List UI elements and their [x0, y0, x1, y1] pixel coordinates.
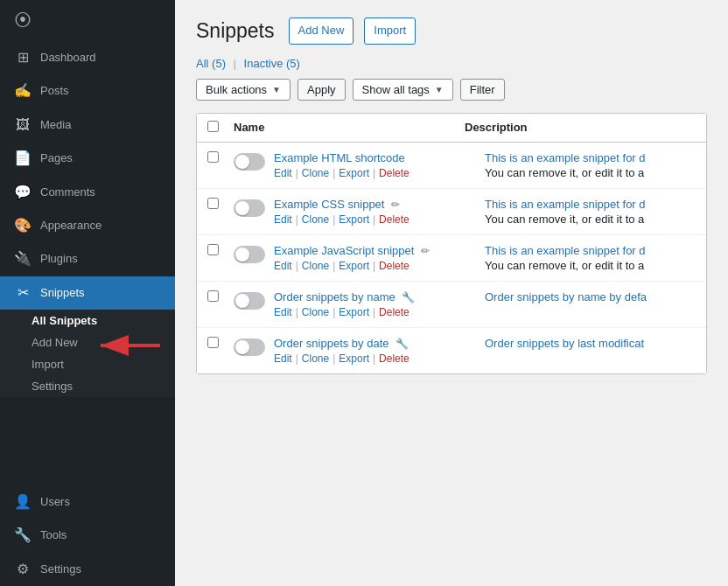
delete-link[interactable]: Delete	[379, 306, 410, 318]
submenu-import[interactable]: Import	[0, 353, 175, 375]
clone-link[interactable]: Clone	[302, 306, 329, 318]
tools-icon: 🔧	[14, 526, 32, 545]
snippet-toggle[interactable]	[234, 338, 265, 356]
edit-link[interactable]: Edit	[274, 352, 292, 365]
export-link[interactable]: Export	[339, 306, 369, 318]
sidebar: ⦿ ⊞ Dashboard ✍ Posts 🖼 Media 📄 Pages 💬 …	[0, 0, 175, 586]
add-new-button[interactable]: Add New	[289, 17, 354, 45]
delete-link[interactable]: Delete	[379, 167, 410, 179]
row-checkbox[interactable]	[207, 244, 219, 255]
snippet-toggle[interactable]	[234, 292, 265, 310]
sidebar-item-media[interactable]: 🖼 Media	[0, 108, 175, 142]
delete-link[interactable]: Delete	[379, 352, 410, 365]
snippet-desc-cell: This is an example snippet for d You can…	[485, 198, 696, 226]
edit-link[interactable]: Edit	[274, 306, 292, 318]
media-icon: 🖼	[14, 115, 32, 135]
snippet-name-link[interactable]: Order snippets by name	[274, 290, 396, 303]
filter-all[interactable]: All (5)	[196, 57, 229, 70]
chevron-down-icon: ▼	[435, 85, 444, 94]
row-checkbox[interactable]	[207, 337, 219, 348]
export-link[interactable]: Export	[339, 260, 369, 272]
submenu-all-snippets[interactable]: All Snippets	[0, 310, 175, 331]
sidebar-item-label: Snippets	[40, 285, 85, 301]
snippet-actions: Edit | Clone | Export | Delete	[274, 352, 485, 365]
plugins-icon: 🔌	[14, 249, 32, 269]
clone-link[interactable]: Clone	[302, 213, 329, 226]
snippet-desc-line2: You can remove it, or edit it to a	[485, 213, 696, 226]
table-header: Name Description	[197, 114, 706, 143]
snippet-name-link[interactable]: Order snippets by date	[274, 337, 389, 350]
snippet-desc-line2: You can remove it, or edit it to a	[485, 166, 696, 179]
snippet-name-link[interactable]: Example JavaScript snippet	[274, 244, 414, 257]
sidebar-item-label: Appearance	[40, 218, 102, 234]
bulk-actions-dropdown[interactable]: Bulk actions ▼	[196, 79, 290, 101]
filter-inactive[interactable]: Inactive (5)	[244, 57, 300, 70]
row-checkbox[interactable]	[207, 198, 219, 209]
sidebar-item-dashboard[interactable]: ⊞ Dashboard	[0, 41, 175, 74]
sidebar-item-appearance[interactable]: 🎨 Appearance	[0, 209, 175, 242]
snippet-desc-cell: Order snippets by name by defa	[485, 290, 696, 303]
snippet-desc-line2: You can remove it, or edit it to a	[485, 259, 696, 272]
delete-link[interactable]: Delete	[379, 213, 410, 226]
posts-icon: ✍	[14, 81, 32, 101]
clone-link[interactable]: Clone	[302, 352, 329, 365]
clone-link[interactable]: Clone	[302, 167, 329, 179]
sidebar-item-comments[interactable]: 💬 Comments	[0, 176, 175, 209]
row-checkbox[interactable]	[207, 151, 219, 163]
export-link[interactable]: Export	[339, 352, 369, 365]
sidebar-item-pages[interactable]: 📄 Pages	[0, 142, 175, 175]
snippet-actions: Edit | Clone | Export | Delete	[274, 306, 485, 318]
sidebar-item-label: Plugins	[40, 251, 78, 267]
snippet-name-cell: Example HTML shortcode Edit | Clone | Ex…	[274, 151, 485, 179]
sidebar-item-label: Comments	[40, 185, 95, 200]
table-row: Example JavaScript snippet ✏ Edit | Clon…	[197, 235, 706, 282]
sidebar-item-posts[interactable]: ✍ Posts	[0, 74, 175, 108]
sidebar-item-label: Users	[40, 494, 70, 510]
edit-link[interactable]: Edit	[274, 167, 292, 179]
edit-link[interactable]: Edit	[274, 260, 292, 272]
sidebar-item-tools[interactable]: 🔧 Tools	[0, 519, 175, 552]
filter-button[interactable]: Filter	[460, 79, 505, 101]
snippet-actions: Edit | Clone | Export | Delete	[274, 260, 485, 272]
snippets-table: Name Description Example HTML shortcode …	[196, 113, 707, 374]
settings-icon: ⚙	[14, 560, 32, 579]
snippet-desc-line1: This is an example snippet for d	[485, 151, 696, 164]
show-all-tags-dropdown[interactable]: Show all tags ▼	[353, 79, 453, 101]
wrench-icon: 🔧	[396, 338, 409, 350]
select-all-checkbox[interactable]	[207, 121, 219, 132]
snippet-name-cell: Order snippets by name 🔧 Edit | Clone | …	[274, 290, 485, 318]
edit-link[interactable]: Edit	[274, 213, 292, 226]
snippet-toggle[interactable]	[234, 153, 265, 171]
snippet-name-link[interactable]: Example HTML shortcode	[274, 151, 405, 164]
delete-link[interactable]: Delete	[379, 260, 410, 272]
clone-link[interactable]: Clone	[302, 260, 329, 272]
snippet-name-cell: Order snippets by date 🔧 Edit | Clone | …	[274, 337, 485, 365]
snippet-toggle[interactable]	[234, 199, 265, 217]
row-checkbox[interactable]	[207, 290, 219, 302]
submenu-settings[interactable]: Settings	[0, 375, 175, 397]
snippet-desc-line1: This is an example snippet for d	[485, 244, 696, 257]
snippet-name-link[interactable]: Example CSS snippet	[274, 198, 384, 211]
snippet-desc-cell: This is an example snippet for d You can…	[485, 151, 696, 179]
chevron-down-icon: ▼	[272, 85, 281, 94]
page-title: Snippets	[196, 19, 275, 43]
snippets-icon: ✂	[14, 283, 32, 303]
sidebar-item-snippets[interactable]: ✂ Snippets	[0, 276, 175, 310]
appearance-icon: 🎨	[14, 216, 32, 235]
pages-icon: 📄	[14, 149, 32, 168]
import-button[interactable]: Import	[364, 17, 416, 45]
export-link[interactable]: Export	[339, 213, 369, 226]
snippet-actions: Edit | Clone | Export | Delete	[274, 167, 485, 179]
apply-button[interactable]: Apply	[298, 79, 346, 101]
table-row: Order snippets by date 🔧 Edit | Clone | …	[197, 328, 706, 373]
snippet-name-cell: Example CSS snippet ✏ Edit | Clone | Exp…	[274, 198, 485, 226]
sidebar-item-settings[interactable]: ⚙ Settings	[0, 553, 175, 586]
export-link[interactable]: Export	[339, 167, 369, 179]
snippet-toggle[interactable]	[234, 246, 265, 263]
wp-logo-icon: ⦿	[14, 10, 32, 31]
users-icon: 👤	[14, 492, 32, 512]
submenu-add-new[interactable]: Add New	[0, 331, 175, 353]
sidebar-item-plugins[interactable]: 🔌 Plugins	[0, 242, 175, 276]
sidebar-item-label: Media	[40, 117, 71, 133]
sidebar-item-users[interactable]: 👤 Users	[0, 485, 175, 519]
